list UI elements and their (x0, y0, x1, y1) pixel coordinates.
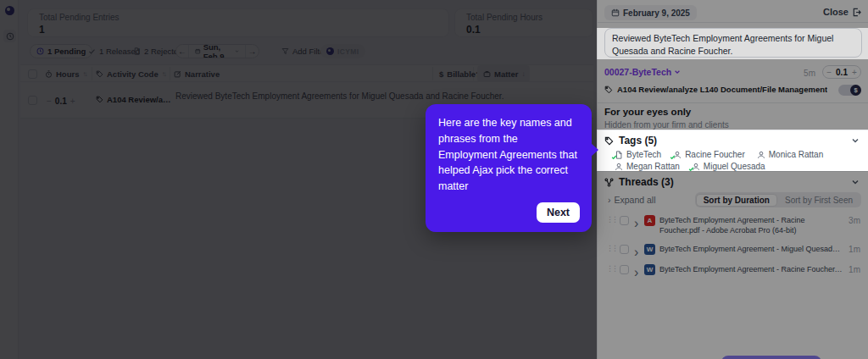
sort-by-first-seen-button[interactable]: Sort by First Seen (778, 195, 860, 206)
header-hours-label: Hours (56, 69, 79, 79)
time-entries-nav-icon[interactable] (3, 30, 16, 42)
threads-icon (604, 178, 614, 187)
prev-day-button[interactable]: ← (176, 45, 188, 58)
hours-value[interactable]: 0.1 (836, 68, 848, 77)
tag-item[interactable]: Miguel Quesada (692, 162, 765, 171)
chevron-down-icon (674, 69, 681, 75)
table-header-row: Hours ↑↓ Activity Code ↑↓ Narrative $ Bi… (20, 65, 593, 82)
header-billable[interactable]: $ Billable? (439, 65, 481, 82)
chevron-right-icon[interactable]: › (634, 245, 638, 260)
brand-logo-icon (326, 47, 334, 55)
thread-title: ByteTech Employment Agreement - Racine F… (659, 215, 844, 235)
chevron-down-icon[interactable] (851, 178, 860, 186)
brand-logo-icon[interactable] (5, 6, 14, 15)
header-narrative-label: Narrative (185, 69, 220, 79)
header-hours[interactable]: Hours ↑↓ (45, 65, 86, 82)
threads-section-header[interactable]: Threads (3) (604, 176, 674, 188)
close-button[interactable]: Close (823, 7, 861, 17)
date-picker-button[interactable]: Sun, Feb 9 (188, 45, 246, 58)
icymi-button[interactable]: ICYMI (320, 44, 365, 58)
person-icon (615, 163, 623, 171)
pending-entries-card: Total Pending Entries 1 (27, 8, 449, 37)
tags-label: Tags (5) (619, 135, 657, 146)
activity-code-row[interactable]: A104 Review/analyze L140 Document/File M… (604, 85, 829, 94)
person-icon (673, 151, 682, 159)
drag-handle-icon[interactable]: ⋮⋮ (606, 264, 616, 273)
briefcase-icon (483, 70, 491, 78)
release-button[interactable] (721, 356, 821, 359)
panel-date-pill[interactable]: February 9, 2025 (604, 5, 697, 20)
tag-item[interactable]: ByteTech (615, 150, 661, 159)
thread-row[interactable]: ⋮⋮ › A ByteTech Employment Agreement - R… (598, 213, 868, 240)
tag-label: Monica Rattan (769, 150, 823, 159)
row-hours-value[interactable]: 0.1 (55, 97, 67, 106)
matter-code-label: 00027-ByteTech (604, 67, 671, 77)
arrow-left-icon: ← (178, 47, 186, 56)
tag-item[interactable]: Monica Rattan (757, 150, 823, 159)
pending-hours-label: Total Pending Hours (466, 13, 542, 22)
chevron-right-icon[interactable]: › (634, 265, 638, 280)
expand-all-button[interactable]: › Expand all (608, 195, 656, 205)
thread-row[interactable]: ⋮⋮ › W ByteTech Employment Agreement - M… (598, 242, 868, 261)
row-activity-code[interactable]: A104 Review/analyze … (96, 95, 173, 104)
row-narrative[interactable]: Reviewed ByteTech Employment Agreements … (175, 91, 504, 101)
person-icon (692, 163, 700, 171)
billable-toggle[interactable]: $ (838, 85, 861, 96)
increment-button[interactable]: + (70, 97, 75, 106)
tags-section-header[interactable]: Tags (5) (604, 135, 657, 146)
dollar-icon: $ (439, 69, 443, 79)
filter-funnel-icon (281, 47, 289, 55)
date-label: Sun, Feb 9 (203, 44, 233, 58)
thread-duration: 3m (849, 216, 860, 225)
header-matter[interactable]: Matter ↓ (477, 65, 530, 82)
tag-icon (96, 96, 103, 103)
expand-all-label: Expand all (615, 195, 656, 205)
sort-by-duration-button[interactable]: Sort by Duration (697, 195, 776, 206)
thread-title: ByteTech Employment Agreement - Racine F… (659, 264, 844, 274)
sort-icon: ↑↓ (162, 70, 165, 78)
activity-label: A104 Review/analyze L140 Document/File M… (617, 85, 827, 94)
panel-date-label: February 9, 2025 (623, 8, 690, 18)
next-day-button[interactable]: → (246, 45, 258, 58)
chevron-right-icon[interactable]: › (634, 216, 638, 231)
row-checkbox[interactable] (28, 96, 37, 105)
calendar-icon (195, 47, 201, 55)
increment-button[interactable]: + (852, 68, 857, 77)
verified-check-icon (611, 154, 617, 160)
thread-checkbox[interactable] (620, 216, 629, 225)
privacy-title: For your eyes only (604, 107, 691, 117)
checkbox-icon (28, 69, 37, 79)
header-narrative[interactable]: Narrative (174, 65, 220, 82)
tag-item[interactable]: Racine Foucher (673, 150, 745, 159)
tooltip-arrow (591, 143, 598, 157)
divider (598, 171, 868, 172)
chevron-right-icon: › (608, 195, 611, 205)
select-all-checkbox[interactable] (28, 65, 37, 82)
narrative-textarea[interactable]: Reviewed ByteTech Employment Agreements … (604, 28, 862, 58)
chevron-down-icon[interactable] (851, 136, 860, 145)
next-button[interactable]: Next (537, 202, 580, 223)
threads-label: Threads (3) (619, 176, 674, 188)
thread-duration: 1m (849, 245, 860, 254)
sort-desc-icon: ↓ (522, 70, 524, 78)
tag-label: Racine Foucher (685, 150, 745, 159)
decrement-button[interactable]: − (47, 97, 52, 106)
matter-select[interactable]: 00027-ByteTech (604, 67, 681, 77)
pending-entries-label: Total Pending Entries (39, 13, 120, 22)
clock-icon (6, 32, 14, 41)
divider (598, 130, 868, 130)
header-activity-code[interactable]: Activity Code ↑↓ (96, 65, 165, 82)
tag-icon (604, 86, 613, 94)
tag-label: Miguel Quesada (704, 162, 765, 171)
compose-icon (174, 70, 181, 78)
drag-handle-icon[interactable]: ⋮⋮ (606, 244, 616, 252)
hours-stepper: − 0.1 + (822, 65, 861, 79)
thread-checkbox[interactable] (620, 265, 629, 274)
drag-handle-icon[interactable]: ⋮⋮ (606, 215, 616, 224)
tag-item[interactable]: Megan Rattan (615, 162, 680, 171)
word-app-icon: W (644, 244, 655, 255)
thread-checkbox[interactable] (620, 245, 629, 254)
thread-row[interactable]: ⋮⋮ › W ByteTech Employment Agreement - R… (598, 262, 868, 281)
decrement-button[interactable]: − (826, 68, 832, 77)
tag-label: Megan Rattan (626, 162, 680, 171)
